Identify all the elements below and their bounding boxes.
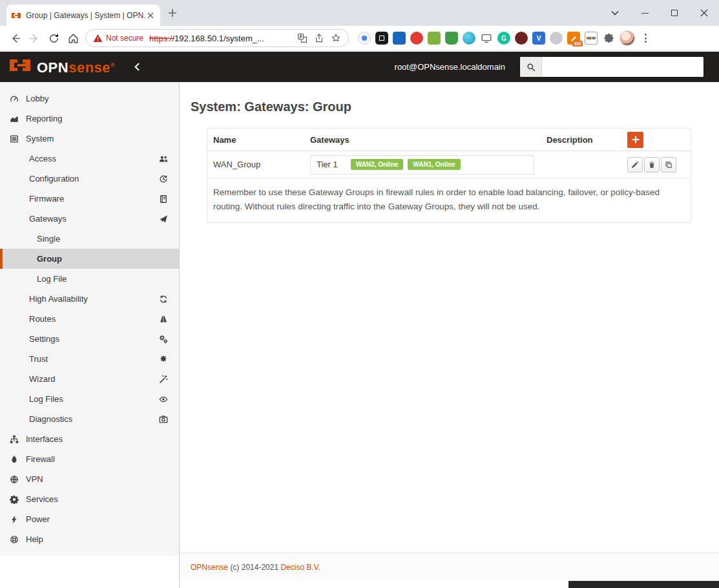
sidebar-item-gateways[interactable]: Gateways [0,209,179,229]
gateway-tier-box: Tier 1 WAN2, Online WAN1, Online [310,155,534,174]
copy-icon [665,161,672,169]
sidebar-item-single[interactable]: Single [0,229,179,249]
sidebar-item-settings[interactable]: Settings [0,329,179,349]
grammarly-extension-icon[interactable]: G [497,32,510,45]
sidebar-item-vpn[interactable]: VPN [0,469,179,489]
extension-icon[interactable] [515,32,528,45]
extensions-puzzle-icon[interactable] [602,32,615,45]
search-input[interactable] [542,57,703,77]
close-window-button[interactable] [689,0,719,26]
life-ring-icon [10,535,19,544]
screen-capture-extension-icon[interactable] [480,32,493,45]
extension-icon[interactable] [445,32,458,45]
extension-icon[interactable]: V [532,32,545,45]
tab-close-icon[interactable] [145,10,156,21]
search-button[interactable] [520,57,542,77]
share-icon[interactable] [314,33,324,43]
extension-icon-with-badge[interactable]: 302 [567,32,580,45]
translate-icon[interactable] [297,33,307,43]
sidebar-item-log-file[interactable]: Log File [0,269,179,289]
gateway-status-badge: WAN1, Online [408,159,461,170]
sitemap-icon [10,435,19,444]
header-search [519,56,704,78]
group-gateways-cell: Tier 1 WAN2, Online WAN1, Online [310,155,541,174]
row-actions [620,157,691,173]
extension-icon[interactable] [463,32,475,45]
sidebar-item-interfaces[interactable]: Interfaces [0,429,179,449]
extension-icon[interactable] [410,32,423,45]
extension-icon[interactable] [358,32,371,45]
main-content: System: Gateways: Group Name Gateways De… [180,82,719,588]
sidebar-item-group[interactable]: Group [0,249,179,269]
fire-icon [10,455,19,464]
sidebar-menu: Lobby Reporting System Access Configurat… [0,82,179,556]
pencil-icon [631,161,639,169]
gateway-status-badge: WAN2, Online [351,159,404,170]
trash-icon [648,161,656,169]
extension-icon[interactable] [393,32,406,45]
users-icon [159,154,168,163]
paper-plane-icon [159,215,168,224]
address-bar[interactable]: Not secure https://192.168.50.1/system_.… [85,29,349,47]
sidebar-item-access[interactable]: Access [0,149,179,169]
plus-icon [632,136,640,143]
footer-company-link[interactable]: Deciso B.V. [280,563,320,572]
back-button[interactable] [5,28,25,48]
gear-icon [10,495,19,504]
sidebar-item-wizard[interactable]: Wizard [0,369,179,389]
profile-avatar[interactable] [620,30,635,46]
add-group-button[interactable] [627,132,643,148]
not-secure-label: Not secure [106,34,143,43]
magic-wand-icon [159,375,168,384]
extension-icon[interactable] [428,32,441,45]
opnsense-logo[interactable]: OPNsense® [8,58,115,76]
chart-icon [10,114,19,123]
sidebar-item-log-files[interactable]: Log Files [0,389,179,409]
gateway-group-table: Name Gateways Description WAN_Group Tier… [207,128,691,223]
sidebar: Lobby Reporting System Access Configurat… [0,82,180,588]
sidebar-item-reporting[interactable]: Reporting [0,109,179,129]
refresh-icon [159,295,168,304]
history-icon [159,174,168,184]
sidebar-item-power[interactable]: Power [0,509,179,529]
new-tab-button[interactable] [168,8,178,18]
edit-button[interactable] [627,157,643,173]
reload-button[interactable] [44,28,63,48]
sidebar-item-services[interactable]: Services [0,489,179,509]
page-footer: OPNsense (c) 2014-2021 Deciso B.V. [180,552,719,580]
sidebar-item-system[interactable]: System [0,129,179,149]
forward-button[interactable] [25,28,44,48]
delete-button[interactable] [644,157,660,173]
extension-icon[interactable] [550,32,563,45]
footer-brand-link[interactable]: OPNsense [191,563,228,572]
sidebar-item-firewall[interactable]: Firewall [0,449,179,469]
maximize-button[interactable] [660,0,689,26]
sidebar-item-trust[interactable]: Trust [0,349,179,369]
extension-icon[interactable] [375,32,388,45]
clone-button[interactable] [661,157,676,173]
sidebar-item-high-availability[interactable]: High Availability [0,289,179,309]
tier-label: Tier 1 [317,160,338,169]
browser-menu-icon[interactable] [640,30,651,46]
bookmark-star-icon[interactable] [331,33,341,43]
browser-tab[interactable]: Group | Gateways | System | OPN... [6,5,160,26]
sidebar-item-lobby[interactable]: Lobby [0,89,179,109]
sidebar-item-routes[interactable]: Routes [0,309,179,329]
sidebar-item-configuration[interactable]: Configuration [0,169,179,189]
sidebar-item-firmware[interactable]: Firmware [0,189,179,209]
minimize-button[interactable] [630,0,660,26]
globe-icon [10,475,19,484]
extensions-row: G V 302 NEW [358,30,651,46]
sidebar-item-help[interactable]: Help [0,529,179,549]
url-text: https://192.168.50.1/system_... [149,34,264,43]
tab-search-icon[interactable] [600,0,630,26]
sidebar-collapse-icon[interactable] [133,62,141,72]
sidebar-item-diagnostics[interactable]: Diagnostics [0,409,179,429]
eye-icon [159,395,168,404]
browser-tab-strip: Group | Gateways | System | OPN... [0,0,719,26]
column-header-name: Name [207,135,304,145]
status-strip [568,581,719,588]
calendar-extension-icon[interactable]: NEW [585,32,598,45]
home-button[interactable] [63,28,83,48]
address-bar-icons [297,33,341,43]
